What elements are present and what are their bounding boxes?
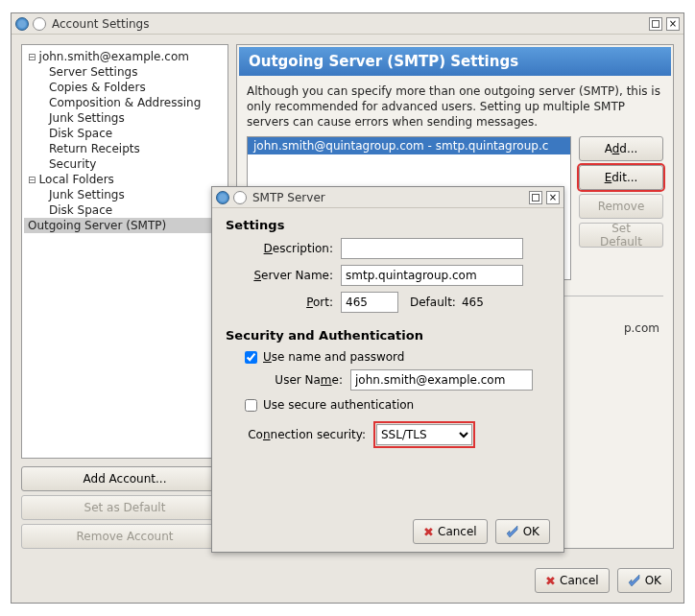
use-name-password-label: Use name and password: [263, 350, 404, 364]
smtp-setdefault-button: Set Default: [579, 223, 663, 248]
port-label: Port:: [226, 296, 341, 309]
tree-item-server-settings[interactable]: Server Settings: [24, 64, 226, 80]
secure-auth-label: Use secure authentication: [263, 398, 414, 412]
window-close-icon[interactable]: ×: [546, 191, 560, 204]
settings-section-title: Settings: [226, 218, 550, 232]
tree-item-lf-disk[interactable]: Disk Space: [24, 202, 226, 218]
modal-content: Settings Description: Server Name: Port:…: [212, 208, 563, 552]
set-default-account-button: Set as Default: [21, 495, 228, 520]
smtp-edit-button[interactable]: Edit...: [579, 165, 663, 190]
secure-auth-checkbox[interactable]: [245, 399, 257, 412]
modal-footer: ✖Cancel OK: [226, 519, 550, 544]
modal-cancel-button[interactable]: ✖Cancel: [413, 519, 488, 544]
tree-item-lf-junk[interactable]: Junk Settings: [24, 187, 226, 202]
window-maximize-icon[interactable]: [649, 17, 662, 31]
default-port-value: 465: [462, 296, 484, 309]
ok-icon: [628, 574, 641, 587]
window-close-icon[interactable]: ×: [666, 17, 680, 31]
modal-titlebar: SMTP Server ×: [212, 187, 563, 208]
main-ok-button[interactable]: OK: [617, 568, 672, 593]
connection-security-highlight: SSL/TLS: [373, 421, 475, 448]
app-icon: [216, 191, 229, 204]
app-icon: [15, 17, 29, 31]
smtp-list-item[interactable]: john.smith@quintagroup.com - smtp.quinta…: [248, 137, 570, 154]
account-tree[interactable]: john.smith@example.com Server Settings C…: [21, 44, 228, 459]
tree-account-2[interactable]: Local Folders: [24, 172, 226, 187]
ok-icon: [506, 525, 519, 538]
port-input[interactable]: [341, 292, 398, 313]
tree-item-disk[interactable]: Disk Space: [24, 126, 226, 141]
tree-account-1[interactable]: john.smith@example.com: [24, 49, 226, 64]
username-input[interactable]: [350, 369, 533, 391]
security-section-title: Security and Authentication: [226, 328, 550, 343]
smtp-add-button[interactable]: Add...: [579, 136, 663, 161]
server-name-input[interactable]: [341, 265, 523, 286]
modal-title: SMTP Server: [252, 191, 325, 204]
smtp-list-buttons: Add... Edit... Remove Set Default: [579, 136, 663, 280]
description-input[interactable]: [341, 238, 523, 259]
cancel-icon: ✖: [545, 574, 556, 588]
smtp-server-dialog: SMTP Server × Settings Description: Serv…: [211, 186, 564, 553]
cancel-icon: ✖: [423, 525, 434, 539]
tree-pane: john.smith@example.com Server Settings C…: [21, 44, 228, 549]
tree-item-copies-folders[interactable]: Copies & Folders: [24, 80, 226, 95]
main-cancel-button[interactable]: ✖Cancel: [535, 568, 610, 593]
add-account-button[interactable]: Add Account...: [21, 466, 228, 491]
description-label: Description:: [226, 242, 341, 255]
tree-item-security[interactable]: Security: [24, 156, 226, 172]
username-label: User Name:: [226, 373, 350, 387]
window-minimize-icon[interactable]: [233, 191, 247, 204]
remove-account-button: Remove Account: [21, 524, 228, 549]
window-maximize-icon[interactable]: [529, 191, 542, 204]
main-titlebar: Account Settings ×: [12, 13, 683, 35]
window-minimize-icon[interactable]: [33, 17, 46, 31]
tree-item-smtp[interactable]: Outgoing Server (SMTP): [24, 218, 226, 233]
connection-security-label: Connection security:: [226, 428, 373, 441]
tree-buttons: Add Account... Set as Default Remove Acc…: [21, 466, 228, 549]
default-port-label: Default:: [410, 296, 456, 309]
main-footer: ✖Cancel OK: [535, 568, 672, 593]
server-name-label: Server Name:: [226, 269, 341, 282]
tree-item-return[interactable]: Return Receipts: [24, 141, 226, 156]
tree-item-junk[interactable]: Junk Settings: [24, 110, 226, 126]
use-name-password-checkbox[interactable]: [245, 351, 257, 364]
window-title: Account Settings: [52, 17, 149, 31]
smtp-remove-button: Remove: [579, 194, 663, 219]
tree-item-composition[interactable]: Composition & Addressing: [24, 95, 226, 110]
smtp-description: Although you can specify more than one o…: [237, 78, 673, 136]
modal-ok-button[interactable]: OK: [495, 519, 550, 544]
smtp-heading: Outgoing Server (SMTP) Settings: [239, 47, 671, 76]
connection-security-select[interactable]: SSL/TLS: [376, 424, 472, 445]
